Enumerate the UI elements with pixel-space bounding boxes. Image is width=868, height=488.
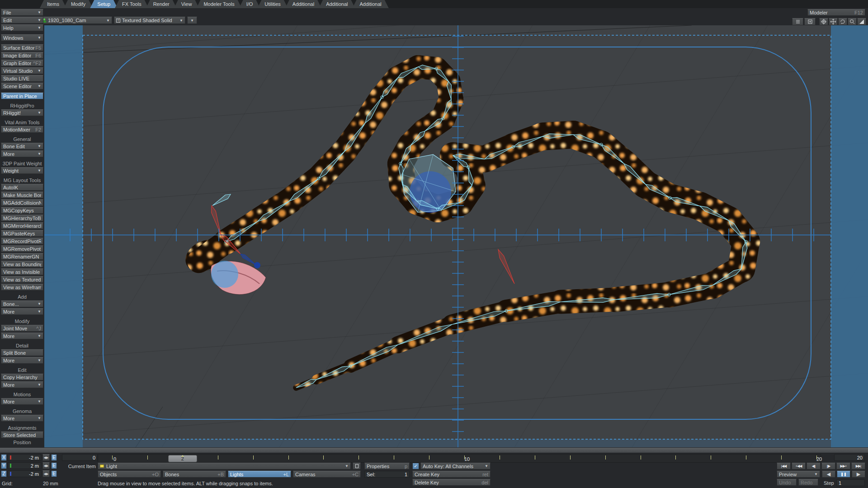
item-tab-cameras[interactable]: Cameras+C — [293, 471, 361, 478]
current-frame-field[interactable]: 0 — [62, 454, 98, 461]
sidebar-item-mgcopykeys[interactable]: MGCopyKeys — [1, 207, 43, 214]
sidebar-item-image-editor[interactable]: Image EditorF6 — [1, 52, 43, 59]
sidebar-item-bone-edit[interactable]: Bone Edit▼ — [1, 143, 43, 150]
modeler-button[interactable]: Modeler F12 — [807, 9, 865, 16]
step-field[interactable]: 1 — [836, 479, 865, 486]
timeline-slider[interactable]: 2 — [168, 455, 197, 462]
sidebar-item-more[interactable]: More▼ — [1, 415, 43, 422]
viewport-options-dropdown[interactable]: ▼ — [187, 17, 197, 24]
tab-additional-9[interactable]: Additional — [285, 0, 321, 8]
sidebar-item-copy-hierarchy[interactable]: Copy Hierarchy — [1, 374, 43, 380]
sidebar-item-scene-editor[interactable]: Scene Editor▼ — [1, 83, 43, 89]
tab-additional-10[interactable]: Additional — [319, 0, 355, 8]
sidebar-item-view-as-wireframe[interactable]: View as Wireframe — [1, 284, 43, 291]
sidebar-item-windows[interactable]: Windows▼ — [1, 34, 43, 41]
undo-button[interactable]: Undo — [777, 479, 797, 486]
rotate-icon[interactable] — [838, 18, 847, 25]
play-reverse-button[interactable]: ◀ — [822, 471, 835, 478]
sidebar-item-motionmixer[interactable]: MotionMixerF2 — [1, 126, 43, 133]
autokey-checkbox[interactable]: ✓ — [412, 463, 419, 469]
sidebar-item-view-as-invisible[interactable]: View as Invisible — [1, 268, 43, 275]
sidebar-item-bone[interactable]: Bone...▼ — [1, 300, 43, 307]
camera-selector[interactable]: 1920_1080_Cam ▼ — [40, 17, 112, 24]
sidebar-item-mghierarchytob[interactable]: MGHierarchyToB... — [1, 215, 43, 221]
tab-fx-tools[interactable]: FX Tools — [115, 0, 149, 8]
tab-modeler-tools[interactable]: Modeler Tools — [196, 0, 241, 8]
tab-render[interactable]: Render — [146, 0, 177, 8]
zoom-icon[interactable] — [848, 18, 857, 25]
sidebar-item-virtual-studio[interactable]: Virtual Studio▼ — [1, 67, 43, 74]
sidebar-item-more[interactable]: More▼ — [1, 333, 43, 339]
sidebar-item-graph-editor[interactable]: Graph Editor^F2 — [1, 60, 43, 66]
transport-button-2[interactable]: ◀|| — [807, 463, 821, 469]
transport-button-5[interactable]: ▶▶| — [851, 463, 865, 469]
create-key-button[interactable]: Create Key ret — [412, 471, 491, 478]
sidebar-item-edit[interactable]: Edit▼ — [1, 17, 43, 23]
tab-i-o[interactable]: I/O — [239, 0, 260, 8]
item-tab-objects[interactable]: Objects+O — [98, 471, 161, 478]
sidebar-item-surface-editor[interactable]: Surface EditorF5 — [1, 44, 43, 51]
item-tab-bones[interactable]: Bones+B — [163, 471, 226, 478]
sidebar-item-mgremovepivot[interactable]: MGRemovePivot... — [1, 245, 43, 252]
tab-additional-11[interactable]: Additional — [352, 0, 388, 8]
sidebar-item-make-muscle-bone[interactable]: Make Muscle Bone — [1, 192, 43, 198]
end-frame-field[interactable]: 20 — [834, 454, 865, 461]
sidebar-item-more[interactable]: More▼ — [1, 150, 43, 157]
item-list-button[interactable] — [353, 463, 361, 469]
y-envelope-button[interactable]: E — [51, 462, 57, 469]
z-axis-button[interactable]: Z — [1, 470, 7, 477]
sidebar-item-autoik[interactable]: AutoIK — [1, 184, 43, 191]
redo-button[interactable]: Redo — [798, 479, 818, 486]
sidebar-item-weight[interactable]: Weight▼ — [1, 167, 43, 174]
sidebar-item-view-as-bounding[interactable]: View as Bounding... — [1, 261, 43, 267]
z-envelope-button[interactable]: E — [51, 470, 57, 477]
sidebar-item-view-as-textured[interactable]: View as Textured — [1, 276, 43, 283]
x-position-field[interactable]: -2 m — [8, 454, 41, 461]
sidebar-item-mgpastekeys[interactable]: MGPasteKeys — [1, 230, 43, 237]
z-position-field[interactable]: -2 m — [8, 470, 41, 477]
x-axis-button[interactable]: X — [1, 454, 7, 461]
properties-button[interactable]: Properties p — [364, 463, 410, 469]
sidebar-item-studio-live[interactable]: Studio LIVE — [1, 75, 43, 82]
transport-button-1[interactable]: +◀◀ — [792, 463, 806, 469]
y-spinner[interactable]: ◀▶ — [42, 462, 50, 469]
tab-modify[interactable]: Modify — [64, 0, 93, 8]
maximize-icon[interactable] — [857, 18, 866, 25]
panel-divider[interactable] — [0, 447, 868, 453]
tab-utilities[interactable]: Utilities — [257, 0, 288, 8]
bounding-box-icon[interactable] — [804, 18, 816, 25]
x-envelope-button[interactable]: E — [51, 454, 57, 461]
sidebar-item-more[interactable]: More▼ — [1, 357, 43, 364]
sidebar-item-mgaddcollisionn[interactable]: MGAddCollisionN... — [1, 199, 43, 206]
play-button[interactable]: ▶ — [852, 471, 865, 478]
pause-button[interactable]: ❚❚ — [837, 471, 850, 478]
sidebar-item-joint-move[interactable]: Joint Move^J — [1, 325, 43, 332]
sidebar-item-more[interactable]: More▼ — [1, 398, 43, 405]
list-icon[interactable] — [792, 18, 803, 25]
sidebar-item-more[interactable]: More▼ — [1, 381, 43, 388]
sidebar-item-split-bone[interactable]: Split Bone — [1, 349, 43, 356]
sidebar-item-mgrecordpivotr[interactable]: MGRecordPivotR... — [1, 238, 43, 244]
transport-button-4[interactable]: ▶▶+ — [836, 463, 850, 469]
delete-key-button[interactable]: Delete Key del — [412, 479, 491, 486]
timeline[interactable]: 010202 — [98, 454, 821, 463]
y-axis-button[interactable]: Y — [1, 462, 7, 469]
sidebar-item-help[interactable]: Help▼ — [1, 24, 43, 31]
item-tab-lights[interactable]: Lights+L — [228, 471, 291, 478]
shading-mode-selector[interactable]: T Textured Shaded Solid ▼ — [114, 17, 185, 24]
autokey-dropdown[interactable]: Auto Key: All Channels ▼ — [420, 463, 491, 469]
sidebar-item-store-selected[interactable]: Store Selected — [1, 432, 43, 438]
y-position-field[interactable]: 2 m — [8, 462, 41, 469]
sidebar-item-more[interactable]: More▼ — [1, 308, 43, 315]
current-item-dropdown[interactable]: Light ▼ — [98, 463, 351, 469]
tab-view[interactable]: View — [174, 0, 199, 8]
preview-dropdown[interactable]: Preview ▼ — [777, 471, 820, 478]
center-icon[interactable] — [819, 18, 828, 25]
x-spinner[interactable]: ◀▶ — [42, 454, 50, 461]
sidebar-item-file[interactable]: File▼ — [1, 9, 43, 16]
sidebar-item-mgmirrorhierarch[interactable]: MGMirrorHierarch... — [1, 222, 43, 229]
sidebar-item-rhiggit[interactable]: RHiggit!▼ — [1, 109, 43, 116]
sidebar-item-mgrenamergn[interactable]: MGRenamerGN — [1, 253, 43, 260]
tab-items[interactable]: Items — [40, 0, 66, 8]
tab-setup[interactable]: Setup — [90, 0, 118, 8]
